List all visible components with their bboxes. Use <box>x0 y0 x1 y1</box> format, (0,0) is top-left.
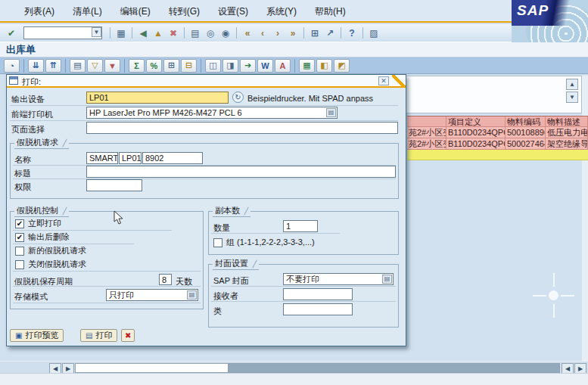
subtotal-icon[interactable]: % <box>146 59 162 73</box>
customize-layout-icon[interactable]: ▨ <box>366 26 381 40</box>
row-separator <box>13 271 201 272</box>
first-page-icon[interactable]: « <box>240 26 255 40</box>
close-icon[interactable]: ✕ <box>378 76 389 85</box>
sap-cover-field[interactable]: 不要打印 ▤ <box>283 273 394 285</box>
checkbox-label: 关闭假脱机请求 <box>28 259 86 270</box>
spool-name-field-1[interactable]: SMART <box>86 152 118 164</box>
table-cell[interactable]: 低压电力电缆 <box>546 127 588 138</box>
find-icon[interactable]: ◎ <box>203 26 218 40</box>
highlighted-row[interactable] <box>407 150 588 160</box>
table-cell[interactable]: B110D0234QPO <box>446 127 506 138</box>
abc-analysis-icon[interactable]: A <box>275 59 291 73</box>
print-button[interactable]: ▤ 打印 <box>80 329 117 342</box>
choose-detail-icon[interactable]: ◔ <box>4 59 20 73</box>
printer-icon: ▤ <box>86 331 92 340</box>
output-device-label: 输出设备 <box>11 94 45 105</box>
print-preview-button[interactable]: ▣ 打印预览 <box>10 329 64 342</box>
print-dialog-titlebar[interactable]: 打印: ✕ <box>7 75 406 88</box>
print-icon[interactable]: ▤ <box>188 26 203 40</box>
retention-field[interactable]: 8 <box>159 274 172 285</box>
scrollbar-track[interactable] <box>229 363 560 373</box>
spool-title-field[interactable] <box>86 166 396 178</box>
new-session-icon[interactable]: ⊞ <box>307 26 322 40</box>
expand-icon[interactable]: ⊞ <box>163 59 179 73</box>
sort-descending-icon[interactable]: ⇈ <box>45 59 61 73</box>
menu-items: 列表(A)清单(L)编辑(E)转到(G)设置(S)系统(Y)帮助(H) <box>24 0 346 23</box>
column-header[interactable]: 物料编码 <box>506 116 546 127</box>
output-device-field[interactable]: LP01 <box>86 92 229 104</box>
last-page-icon[interactable]: » <box>285 26 300 40</box>
table-cell[interactable]: 苑2#小区变 <box>407 127 446 138</box>
row-separator <box>211 301 396 302</box>
checkbox-close-spool-request[interactable] <box>15 260 24 269</box>
menu-item-2[interactable]: 编辑(E) <box>120 5 151 18</box>
spool-name-field-3[interactable]: 8902 <box>142 152 203 164</box>
spool-name-field-2[interactable]: LP01 <box>119 152 142 164</box>
sort-ascending-icon[interactable]: ⇊ <box>28 59 44 73</box>
dropdown-icon[interactable]: ▤ <box>326 108 336 117</box>
watermark-crosshair <box>561 295 574 297</box>
recipient-field[interactable] <box>283 288 353 300</box>
scrollbar-thumb[interactable] <box>75 363 229 373</box>
menu-item-6[interactable]: 帮助(H) <box>315 5 346 18</box>
column-header[interactable]: 物料描述 <box>546 116 588 127</box>
table-cell[interactable]: 苑2#小区变 <box>407 138 446 150</box>
menu-item-0[interactable]: 列表(A) <box>24 5 54 18</box>
printer-info-icon[interactable]: ↻ <box>232 92 244 103</box>
scroll-up-icon[interactable]: ▲ <box>566 79 578 90</box>
authorization-field[interactable] <box>86 179 142 191</box>
table-row[interactable]: 苑2#小区变B110D0234QPO500108896低压电力电缆 <box>407 127 588 138</box>
dropdown-icon[interactable]: ▤ <box>382 275 392 284</box>
previous-page-icon[interactable]: ‹ <box>255 26 270 40</box>
cancel-icon[interactable]: ✖ <box>166 26 181 40</box>
table-row[interactable]: 苑2#小区变B110D0234QPO500027464架空绝缘导线 <box>407 138 588 150</box>
page-selection-field[interactable] <box>86 122 398 134</box>
collapse-icon[interactable]: ⊟ <box>181 59 197 73</box>
command-field[interactable] <box>23 26 102 39</box>
export-icon[interactable]: ➔ <box>240 59 256 73</box>
change-layout-icon[interactable]: ◨ <box>222 59 238 73</box>
delete-filter-icon[interactable]: ▼ <box>104 59 120 73</box>
cancel-button[interactable]: ✖ <box>121 329 135 342</box>
table-cell[interactable]: B110D0234QPO <box>446 138 506 150</box>
views-icon[interactable]: ◫ <box>205 59 221 73</box>
table-cell[interactable]: 500027464 <box>506 138 546 150</box>
frontend-printer-field[interactable]: HP LaserJet Pro MFP M426-M427 PCL 6 ▤ <box>86 107 338 119</box>
checkbox-print-immediately[interactable]: ✔ <box>15 219 24 228</box>
menu-item-4[interactable]: 设置(S) <box>218 5 248 18</box>
append-row-icon[interactable]: ◧ <box>316 59 332 73</box>
frontend-printer-label: 前端打印机 <box>11 109 53 120</box>
back-icon[interactable]: ◀ <box>135 26 151 40</box>
menu-item-1[interactable]: 清单(L) <box>73 5 102 18</box>
grid-view-icon[interactable]: ▦ <box>299 59 315 73</box>
create-shortcut-icon[interactable]: ↗ <box>322 26 338 40</box>
sum-icon[interactable]: Σ <box>129 59 145 73</box>
menu-item-3[interactable]: 转到(G) <box>169 5 200 18</box>
department-field[interactable] <box>283 303 353 315</box>
column-header[interactable]: 项目定义 <box>446 116 506 127</box>
find-next-icon[interactable]: ◉ <box>218 26 233 40</box>
command-field-dropdown-icon[interactable]: ▼ <box>92 27 101 37</box>
authorization-label: 权限 <box>14 182 31 193</box>
next-page-icon[interactable]: › <box>270 26 285 40</box>
checkbox-delete-after-output[interactable]: ✔ <box>15 233 24 242</box>
insert-row-icon[interactable]: ◩ <box>334 59 350 73</box>
column-header[interactable] <box>407 116 446 127</box>
horizontal-scrollbar[interactable]: ◀ ▶ ◀ ▶ <box>0 361 588 373</box>
print-list-icon[interactable]: ▤ <box>70 59 86 73</box>
dropdown-icon[interactable]: ▤ <box>187 290 197 300</box>
help-icon[interactable]: ? <box>344 26 359 40</box>
enter-icon[interactable]: ✔ <box>4 26 19 40</box>
scroll-down-icon[interactable]: ▼ <box>566 92 578 103</box>
save-icon[interactable]: ▦ <box>114 26 129 40</box>
table-cell[interactable]: 500108896 <box>506 127 546 138</box>
set-filter-icon[interactable]: ▽ <box>87 59 103 73</box>
storage-mode-field[interactable]: 只打印 ▤ <box>106 289 198 301</box>
word-processing-icon[interactable]: W <box>257 59 273 73</box>
quantity-field[interactable]: 1 <box>283 220 318 232</box>
menu-item-5[interactable]: 系统(Y) <box>266 5 297 18</box>
table-cell[interactable]: 架空绝缘导线 <box>546 138 588 150</box>
group-checkbox[interactable] <box>213 238 222 247</box>
exit-icon[interactable]: ▲ <box>151 26 166 40</box>
checkbox-new-spool-request[interactable] <box>15 247 24 256</box>
